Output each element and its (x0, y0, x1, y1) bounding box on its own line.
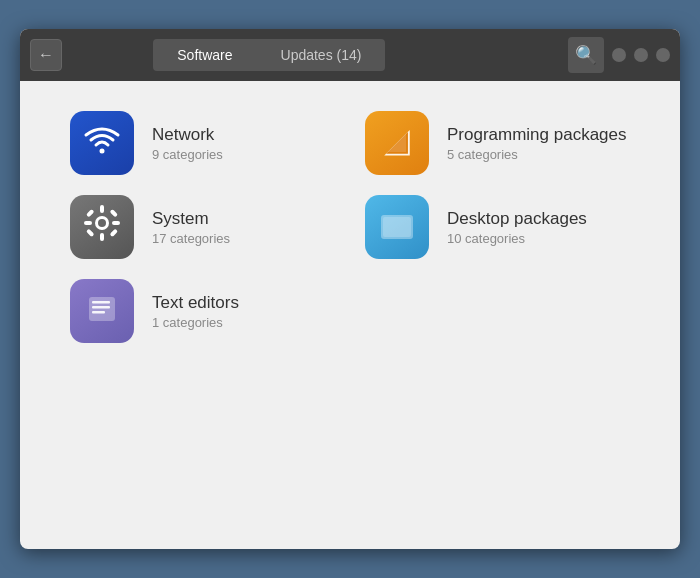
system-icon (80, 201, 124, 254)
svg-rect-9 (112, 221, 120, 225)
svg-rect-16 (89, 297, 115, 321)
programming-icon (377, 121, 417, 165)
network-icon-wrapper (70, 111, 134, 175)
desktop-info: Desktop packages 10 categories (447, 209, 587, 246)
texteditors-info: Text editors 1 categories (152, 293, 239, 330)
search-icon: 🔍 (575, 44, 597, 66)
network-info: Network 9 categories (152, 125, 223, 162)
category-desktop[interactable]: Desktop packages 10 categories (365, 195, 630, 259)
titlebar: ← Software Updates (14) 🔍 (20, 29, 680, 81)
svg-rect-13 (110, 228, 118, 236)
svg-rect-17 (92, 301, 110, 304)
texteditors-count: 1 categories (152, 315, 239, 330)
svg-rect-11 (110, 208, 118, 216)
programming-icon-wrapper (365, 111, 429, 175)
programming-count: 5 categories (447, 147, 627, 162)
category-system[interactable]: System 17 categories (70, 195, 335, 259)
category-network[interactable]: Network 9 categories (70, 111, 335, 175)
category-programming[interactable]: Programming packages 5 categories (365, 111, 630, 175)
texteditors-icon-wrapper (70, 279, 134, 343)
system-name: System (152, 209, 230, 229)
desktop-count: 10 categories (447, 231, 587, 246)
programming-name: Programming packages (447, 125, 627, 145)
back-button[interactable]: ← (30, 39, 62, 71)
svg-rect-18 (92, 306, 110, 309)
tab-updates[interactable]: Updates (14) (257, 39, 386, 71)
svg-point-0 (100, 148, 105, 153)
texteditors-name: Text editors (152, 293, 239, 313)
system-icon-wrapper (70, 195, 134, 259)
system-count: 17 categories (152, 231, 230, 246)
svg-rect-10 (86, 208, 94, 216)
category-texteditors[interactable]: Text editors 1 categories (70, 279, 335, 343)
network-name: Network (152, 125, 223, 145)
svg-rect-8 (84, 221, 92, 225)
back-icon: ← (38, 46, 54, 64)
desktop-name: Desktop packages (447, 209, 587, 229)
programming-info: Programming packages 5 categories (447, 125, 627, 162)
categories-grid: Network 9 categories Programming package… (20, 81, 680, 549)
window-control-dot2[interactable] (634, 48, 648, 62)
svg-rect-7 (100, 233, 104, 241)
desktop-icon-wrapper (365, 195, 429, 259)
svg-point-5 (98, 219, 106, 227)
tab-software[interactable]: Software (153, 39, 256, 71)
window-control-dot1[interactable] (612, 48, 626, 62)
search-button[interactable]: 🔍 (568, 37, 604, 73)
svg-rect-12 (86, 228, 94, 236)
svg-rect-6 (100, 205, 104, 213)
network-count: 9 categories (152, 147, 223, 162)
tab-bar: Software Updates (14) (153, 39, 385, 71)
texteditors-icon (80, 287, 124, 335)
window-control-dot3[interactable] (656, 48, 670, 62)
desktop-icon (373, 201, 421, 253)
main-window: ← Software Updates (14) 🔍 (20, 29, 680, 549)
svg-rect-19 (92, 311, 105, 314)
svg-rect-15 (383, 217, 411, 237)
svg-marker-3 (388, 134, 406, 152)
window-controls (612, 48, 670, 62)
network-icon (82, 121, 122, 166)
system-info: System 17 categories (152, 209, 230, 246)
